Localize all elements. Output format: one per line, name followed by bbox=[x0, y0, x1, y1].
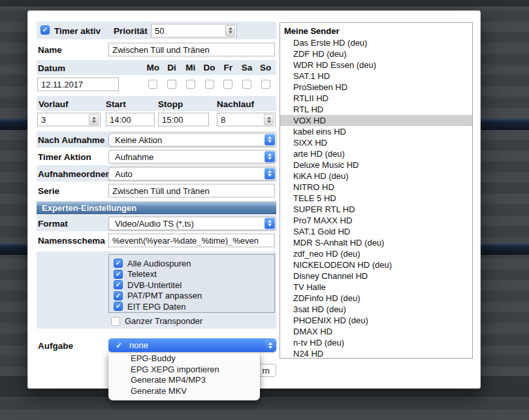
weekday-checkbox[interactable] bbox=[186, 80, 195, 89]
channel-item[interactable]: ZDF HD (deu) bbox=[280, 48, 472, 59]
weekday-checkbox[interactable] bbox=[223, 80, 232, 89]
weekday-label: Fr bbox=[219, 60, 238, 75]
record-option-checkbox[interactable] bbox=[114, 270, 123, 279]
start-input[interactable] bbox=[106, 113, 155, 127]
channel-item[interactable]: Deluxe Music HD bbox=[280, 159, 472, 170]
channel-item[interactable]: TV Halle bbox=[280, 282, 472, 293]
weekday-label: Mo bbox=[144, 60, 163, 75]
prioritaet-field bbox=[151, 24, 237, 37]
channel-item[interactable]: NICKELODEON HD (deu) bbox=[280, 259, 472, 270]
record-option-row: EIT EPG Daten bbox=[114, 301, 274, 312]
channel-item[interactable]: kabel eins HD bbox=[280, 126, 472, 137]
namensschema-input[interactable] bbox=[108, 233, 275, 247]
channel-item[interactable]: ZDFinfo HD (deu) bbox=[280, 293, 472, 304]
weekday-checkbox[interactable] bbox=[167, 80, 176, 89]
weekday-checkbox[interactable] bbox=[148, 80, 157, 89]
weekday-cell bbox=[163, 75, 182, 93]
select-arrows-icon bbox=[264, 218, 275, 229]
record-option-checkbox[interactable] bbox=[114, 259, 123, 268]
channel-item[interactable]: NITRO HD bbox=[280, 182, 472, 193]
stopp-input[interactable] bbox=[158, 113, 209, 127]
stopp-label: Stopp bbox=[158, 99, 183, 108]
channel-item[interactable]: SIXX HD bbox=[280, 137, 472, 148]
serie-input[interactable] bbox=[108, 184, 275, 198]
format-row: Format Video/Audio TS (*.ts) bbox=[37, 215, 276, 231]
prioritaet-input[interactable] bbox=[151, 24, 237, 37]
aufnahmeordner-label: Aufnahmeordner bbox=[38, 169, 109, 178]
channel-item[interactable]: MDR S-Anhalt HD (deu) bbox=[280, 237, 472, 248]
record-option-label: PAT/PMT anpassen bbox=[127, 291, 202, 300]
channel-item[interactable]: DMAX HD bbox=[280, 326, 472, 337]
datum-input-row bbox=[37, 75, 276, 93]
select-arrows-icon bbox=[264, 134, 275, 145]
nach-aufnahme-select[interactable]: Keine Aktion bbox=[108, 133, 276, 146]
channel-item[interactable]: zdf_neo HD (deu) bbox=[280, 248, 472, 259]
channel-item[interactable]: N24 HD bbox=[280, 348, 472, 359]
channel-item[interactable]: PHOENIX HD (deu) bbox=[280, 315, 472, 326]
channel-item[interactable]: KiKA HD (deu) bbox=[280, 170, 472, 182]
channel-item[interactable]: Pro7 MAXX HD bbox=[280, 215, 472, 226]
timer-aktiv-label: Timer aktiv bbox=[54, 25, 101, 35]
format-select[interactable]: Video/Audio TS (*.ts) bbox=[108, 216, 276, 230]
channel-item[interactable]: arte HD (deu) bbox=[280, 148, 472, 159]
stepper-icon[interactable] bbox=[225, 25, 235, 36]
timer-aktion-select[interactable]: Aufnahme bbox=[108, 150, 276, 163]
channel-item[interactable]: WDR HD Essen (deu) bbox=[280, 59, 472, 71]
weekday-checkbox[interactable] bbox=[205, 80, 214, 89]
channel-item[interactable]: ProSieben HD bbox=[280, 82, 472, 93]
record-option-checkbox[interactable] bbox=[114, 302, 123, 311]
channel-item[interactable]: RTLII HD bbox=[280, 93, 472, 104]
aufgabe-label: Aufgabe bbox=[38, 341, 73, 351]
channel-item[interactable]: TELE 5 HD bbox=[280, 193, 472, 204]
timer-aktiv-row: Timer aktiv Priorität bbox=[37, 22, 276, 39]
weekday-checkbox[interactable] bbox=[242, 80, 251, 89]
channel-item[interactable]: SAT.1 HD bbox=[280, 71, 472, 82]
channel-item[interactable]: Disney Channel HD bbox=[280, 270, 472, 282]
serie-label: Serie bbox=[38, 186, 59, 196]
channel-item[interactable]: 3sat HD (deu) bbox=[280, 304, 472, 315]
aufgabe-menu-item[interactable]: EPG XEPG importieren bbox=[108, 364, 260, 376]
stepper-icon[interactable] bbox=[264, 114, 274, 125]
weekday-cell bbox=[200, 75, 219, 93]
aufgabe-menu-item[interactable]: Generate MP4/MP3 bbox=[108, 375, 260, 386]
namensschema-label: Namensschema bbox=[38, 235, 105, 245]
record-option-label: DVB-Untertitel bbox=[127, 280, 182, 290]
record-option-label: EIT EPG Daten bbox=[127, 302, 185, 312]
aufgabe-menu-item[interactable]: Generate MKV bbox=[108, 386, 260, 397]
aufgabe-select-open[interactable]: ✓ none bbox=[108, 338, 276, 352]
prioritaet-label: Priorität bbox=[114, 25, 148, 35]
ganzer-transponder-row: Ganzer Transponder bbox=[111, 316, 202, 326]
record-option-label: Teletext bbox=[127, 269, 157, 279]
times-header-row: Vorlauf Start Stopp Nachlauf bbox=[37, 96, 276, 111]
weekday-cell bbox=[144, 75, 163, 93]
record-option-checkbox[interactable] bbox=[114, 280, 123, 289]
channel-item[interactable]: n-tv HD (deu) bbox=[280, 337, 472, 348]
aufgabe-selected-value: none bbox=[129, 340, 148, 350]
weekday-label: Do bbox=[200, 60, 219, 75]
name-input[interactable] bbox=[108, 43, 275, 57]
serie-row: Serie bbox=[37, 183, 276, 199]
aufgabe-menu: EPG-BuddyEPG XEPG importierenGenerate MP… bbox=[108, 352, 260, 400]
ganzer-transponder-label: Ganzer Transponder bbox=[125, 316, 202, 326]
channel-item[interactable]: SAT.1 Gold HD bbox=[280, 226, 472, 237]
aufnahmeordner-select[interactable]: Auto bbox=[108, 167, 276, 180]
channel-list-header: Meine Sender bbox=[280, 25, 472, 37]
weekday-checkbox[interactable] bbox=[261, 80, 270, 89]
weekday-label: Di bbox=[163, 60, 182, 75]
channel-item[interactable]: RTL HD bbox=[280, 104, 472, 115]
experten-einstellungen-title: Experten-Einstellungen bbox=[42, 203, 136, 213]
weekday-cell bbox=[181, 75, 200, 93]
timer-dialog: Timer aktiv Priorität Name Datum MoDiMiD… bbox=[27, 10, 481, 389]
channel-item[interactable]: Das Erste HD (deu) bbox=[280, 37, 472, 48]
record-options-box: Alle AudiospurenTeletextDVB-UntertitelPA… bbox=[108, 254, 275, 313]
stepper-icon[interactable] bbox=[89, 114, 99, 125]
datum-input[interactable] bbox=[37, 78, 119, 91]
ganzer-transponder-checkbox[interactable] bbox=[111, 317, 120, 326]
weekday-label: Sa bbox=[238, 60, 257, 75]
timer-aktion-label: Timer Aktion bbox=[38, 152, 91, 161]
timer-aktiv-checkbox[interactable] bbox=[40, 25, 50, 35]
channel-item[interactable]: VOX HD bbox=[280, 115, 472, 126]
channel-item[interactable]: SUPER RTL HD bbox=[280, 204, 472, 215]
aufgabe-menu-item[interactable]: EPG-Buddy bbox=[108, 353, 260, 364]
record-option-checkbox[interactable] bbox=[114, 291, 123, 300]
